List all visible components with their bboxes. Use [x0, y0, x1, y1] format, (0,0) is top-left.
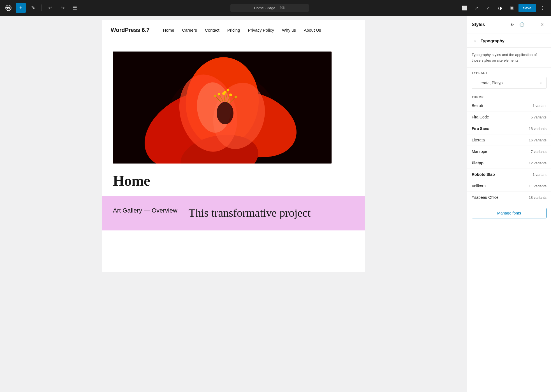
resize-icon: [486, 5, 490, 11]
font-name: Manrope: [472, 149, 487, 154]
font-row[interactable]: Fira Sans18 variants: [467, 123, 551, 134]
canvas-area: WordPress 6.7 Home Careers Contact Prici…: [0, 16, 467, 392]
font-name: Fira Sans: [472, 126, 489, 131]
page-title: Home: [113, 172, 354, 189]
undo-button[interactable]: [45, 3, 55, 13]
preview-styles-button[interactable]: [507, 20, 516, 29]
manage-fonts-button[interactable]: Manage fonts: [472, 208, 547, 218]
font-row[interactable]: Manrope7 variants: [467, 146, 551, 157]
history-icon: [519, 22, 525, 27]
styles-panel: Styles ⋯ Typography: [467, 16, 551, 392]
pencil-icon: [31, 5, 35, 11]
nav-why-us[interactable]: Why us: [282, 28, 296, 32]
list-view-button[interactable]: [70, 3, 80, 13]
nav-home[interactable]: Home: [163, 28, 174, 32]
page-url-text: Home · Page: [254, 6, 275, 10]
external-icon: [474, 5, 478, 11]
typeset-chevron-icon: [540, 80, 542, 86]
page-content: Home: [102, 40, 365, 189]
font-name: Literata: [472, 138, 485, 142]
view-button[interactable]: [460, 3, 470, 13]
plus-icon: [19, 5, 22, 11]
wp-logo: W: [3, 3, 13, 13]
font-list: Beiruti1 variantFira Code5 variantsFira …: [467, 100, 551, 203]
hero-image: [113, 52, 332, 164]
toolbar: W Home · Page ⌘K: [0, 0, 551, 16]
font-variants: 16 variants: [529, 138, 547, 142]
panel-sub-header: Typography: [467, 34, 551, 48]
save-button[interactable]: Save: [518, 4, 536, 12]
pink-section: Art Gallery — Overview This transformati…: [102, 196, 365, 230]
sidebar-toggle-button[interactable]: [507, 3, 517, 13]
pink-section-right-text: This transformative project: [189, 207, 311, 219]
nav-contact[interactable]: Contact: [205, 28, 219, 32]
keyboard-shortcut: ⌘K: [280, 6, 285, 10]
nav-pricing[interactable]: Pricing: [227, 28, 240, 32]
svg-point-23: [224, 91, 226, 94]
svg-point-19: [229, 94, 232, 96]
add-block-button[interactable]: [16, 3, 26, 13]
font-variants: 12 variants: [529, 161, 547, 165]
font-variants: 11 variants: [529, 184, 547, 188]
back-button[interactable]: [472, 37, 478, 44]
list-icon: [73, 5, 77, 11]
redo-icon: [61, 5, 65, 11]
font-row[interactable]: Roboto Slab1 variant: [467, 169, 551, 180]
panel-more-button[interactable]: ⋯: [527, 20, 536, 29]
typeset-value: Literata, Platypi: [476, 81, 504, 85]
redo-button[interactable]: [57, 3, 68, 13]
fullscreen-button[interactable]: [483, 3, 493, 13]
font-variants: 18 variants: [529, 127, 547, 131]
page-url-display[interactable]: Home · Page ⌘K: [230, 4, 309, 12]
toolbar-separator: [41, 4, 42, 11]
font-row[interactable]: Platypi12 variants: [467, 157, 551, 169]
typography-description: Typography styles and the application of…: [467, 48, 551, 68]
font-name: Platypi: [472, 161, 485, 165]
font-name: Beiruti: [472, 103, 483, 108]
toolbar-right: Save: [460, 3, 548, 13]
font-variants: 7 variants: [531, 150, 547, 154]
page-wrapper: WordPress 6.7 Home Careers Contact Prici…: [102, 20, 365, 272]
pink-section-left-text: Art Gallery — Overview: [113, 207, 177, 214]
font-variants: 1 variant: [533, 172, 547, 177]
font-row[interactable]: Vollkorn11 variants: [467, 180, 551, 192]
panel-title: Styles: [472, 22, 485, 27]
panel-header-icons: ⋯: [507, 20, 547, 29]
close-icon: [540, 22, 544, 27]
contrast-button[interactable]: [495, 3, 505, 13]
svg-point-12: [217, 102, 233, 124]
font-row[interactable]: Literata16 variants: [467, 134, 551, 146]
font-row[interactable]: Fira Code5 variants: [467, 111, 551, 123]
sidebar-icon: [510, 5, 514, 11]
history-button[interactable]: [517, 20, 526, 29]
site-nav: Home Careers Contact Pricing Privacy Pol…: [163, 28, 321, 32]
font-variants: 1 variant: [533, 104, 547, 108]
font-variants: 5 variants: [531, 115, 547, 119]
undo-icon: [48, 5, 52, 11]
font-name: Ysabeau Office: [472, 195, 498, 200]
font-variants: 18 variants: [529, 195, 547, 200]
font-row[interactable]: Ysabeau Office18 variants: [467, 192, 551, 203]
nav-privacy-policy[interactable]: Privacy Policy: [248, 28, 274, 32]
nav-careers[interactable]: Careers: [182, 28, 197, 32]
font-name: Roboto Slab: [472, 172, 495, 177]
preview-button[interactable]: [471, 3, 481, 13]
site-header: WordPress 6.7 Home Careers Contact Prici…: [102, 20, 365, 40]
typography-title: Typography: [481, 38, 504, 43]
more-icon: [540, 5, 545, 11]
more-horiz-icon: ⋯: [529, 22, 535, 28]
panel-close-button[interactable]: [538, 20, 547, 29]
typeset-row[interactable]: Literata, Platypi: [472, 77, 547, 89]
monitor-icon: [462, 5, 467, 11]
contrast-icon: [498, 5, 502, 11]
typeset-label: TYPESET: [467, 68, 551, 77]
nav-about-us[interactable]: About Us: [304, 28, 321, 32]
more-options-button[interactable]: [538, 3, 548, 13]
font-row[interactable]: Beiruti1 variant: [467, 100, 551, 111]
toolbar-center: Home · Page ⌘K: [82, 4, 457, 12]
main-layout: WordPress 6.7 Home Careers Contact Prici…: [0, 16, 551, 392]
site-logo: WordPress 6.7: [111, 27, 150, 33]
eye-icon: [510, 22, 514, 27]
tools-button[interactable]: [28, 3, 38, 13]
font-name: Vollkorn: [472, 184, 486, 188]
